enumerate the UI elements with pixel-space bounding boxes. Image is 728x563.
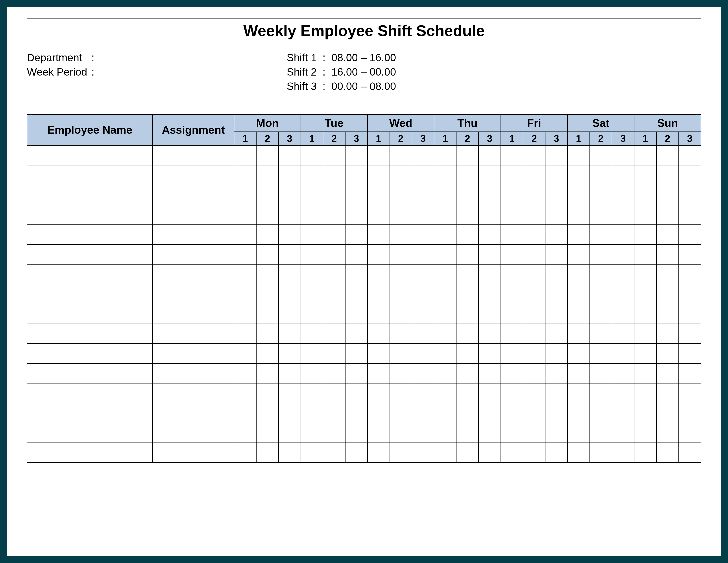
assignment-cell <box>153 264 234 284</box>
shift-cell <box>567 264 590 284</box>
shift-number-header: 1 <box>368 132 390 145</box>
shift-cell <box>234 443 256 463</box>
shift-cell <box>612 205 634 225</box>
document-title: Weekly Employee Shift Schedule <box>27 19 701 43</box>
shift-cell <box>679 145 701 165</box>
shift-cell <box>545 363 567 383</box>
shift-cell <box>590 185 612 205</box>
shift-cell <box>256 443 279 463</box>
shift-cell <box>456 244 479 264</box>
day-header-thu: Thu <box>434 115 501 132</box>
shift-cell <box>523 145 545 165</box>
shift-cell <box>256 383 279 403</box>
shift-cell <box>612 363 634 383</box>
shift-cell <box>479 363 501 383</box>
shift-cell <box>345 284 368 304</box>
shift-cell <box>412 244 434 264</box>
shift-cell <box>345 423 368 443</box>
shift-cell <box>590 423 612 443</box>
shift-cell <box>390 344 412 363</box>
shift-cell <box>612 324 634 344</box>
shift-cell <box>545 145 567 165</box>
shift-cell <box>256 304 279 324</box>
shift-cell <box>590 344 612 363</box>
shift-cell <box>390 165 412 185</box>
shift-cell <box>456 225 479 244</box>
assignment-cell <box>153 165 234 185</box>
shift-cell <box>590 383 612 403</box>
shift-number-header: 2 <box>323 132 345 145</box>
shift-cell <box>323 205 345 225</box>
shift-number-header: 2 <box>590 132 612 145</box>
shift-cell <box>590 244 612 264</box>
shift-cell <box>256 344 279 363</box>
shift-cell <box>545 304 567 324</box>
shift-cell <box>345 264 368 284</box>
shift-cell <box>545 185 567 205</box>
shift-cell <box>545 344 567 363</box>
shift-cell <box>634 344 656 363</box>
shift-cell <box>479 443 501 463</box>
shift-cell <box>368 185 390 205</box>
shift-cell <box>301 145 323 165</box>
shift-cell <box>368 244 390 264</box>
shift-cell <box>279 363 301 383</box>
shift-number-header: 1 <box>501 132 523 145</box>
shift-cell <box>456 344 479 363</box>
shift-cell <box>323 363 345 383</box>
shift-cell <box>279 423 301 443</box>
assignment-cell <box>153 344 234 363</box>
shift-cell <box>234 264 256 284</box>
shift-cell <box>590 363 612 383</box>
shift-cell <box>301 205 323 225</box>
shift-cell <box>523 185 545 205</box>
meta-left-column: Department : Week Period : <box>27 52 287 94</box>
shift-cell <box>434 423 456 443</box>
shift-cell <box>501 344 523 363</box>
shift-cell <box>456 363 479 383</box>
shift-cell <box>523 244 545 264</box>
shift-cell <box>567 324 590 344</box>
shift-cell <box>256 284 279 304</box>
schedule-table: Employee Name Assignment Mon Tue Wed Thu… <box>27 114 701 463</box>
employee-name-cell <box>27 205 153 225</box>
shift-cell <box>612 185 634 205</box>
shift-cell <box>523 225 545 244</box>
shift-1-label: Shift 1 <box>287 52 317 63</box>
shift-cell <box>656 383 679 403</box>
shift-cell <box>323 244 345 264</box>
shift-cell <box>256 403 279 423</box>
shift-cell <box>412 145 434 165</box>
shift-cell <box>368 423 390 443</box>
table-row <box>27 205 701 225</box>
shift-cell <box>501 423 523 443</box>
shift-cell <box>323 264 345 284</box>
shift-cell <box>301 423 323 443</box>
shift-cell <box>501 324 523 344</box>
shift-cell <box>612 304 634 324</box>
shift-cell <box>279 304 301 324</box>
shift-cell <box>479 383 501 403</box>
shift-number-header: 3 <box>345 132 368 145</box>
shift-number-header: 1 <box>434 132 456 145</box>
shift-cell <box>567 304 590 324</box>
shift-cell <box>368 383 390 403</box>
shift-cell <box>323 165 345 185</box>
shift-cell <box>345 383 368 403</box>
shift-cell <box>634 383 656 403</box>
employee-name-cell <box>27 284 153 304</box>
employee-name-cell <box>27 403 153 423</box>
shift-cell <box>412 284 434 304</box>
shift-2-row: Shift 2 : 16.00 – 00.00 <box>287 66 701 78</box>
shift-3-label: Shift 3 <box>287 80 317 92</box>
shift-number-header: 1 <box>634 132 656 145</box>
shift-cell <box>656 443 679 463</box>
shift-1-row: Shift 1 : 08.00 – 16.00 <box>287 52 701 64</box>
shift-cell <box>545 244 567 264</box>
employee-name-cell <box>27 423 153 443</box>
shift-cell <box>323 383 345 403</box>
shift-cell <box>234 344 256 363</box>
shift-cell <box>590 225 612 244</box>
shift-cell <box>390 363 412 383</box>
shift-cell <box>368 225 390 244</box>
